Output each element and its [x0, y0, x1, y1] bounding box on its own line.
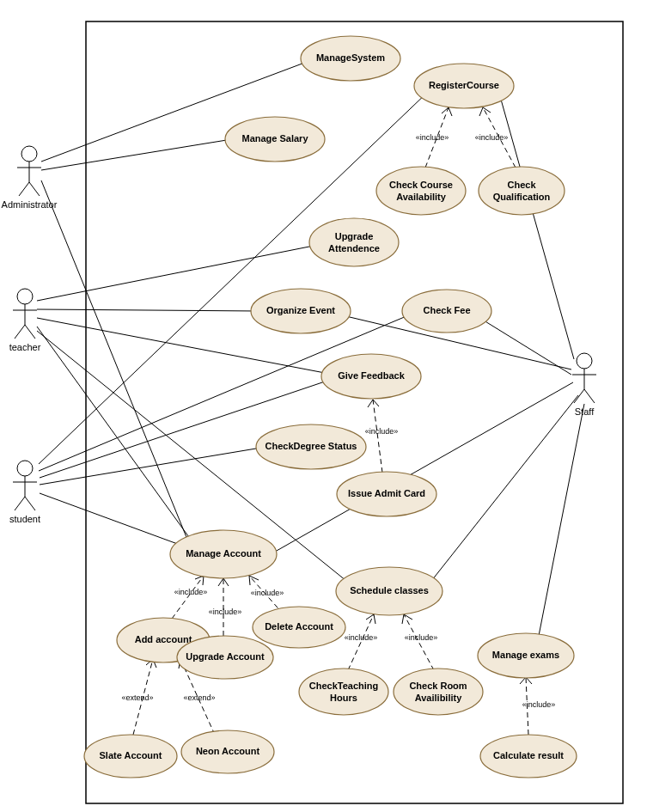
usecase-register-course: RegisterCourse [414, 64, 514, 108]
usecase-check-teaching-hours: CheckTeaching Hours [299, 669, 388, 715]
svg-text:Manage Account: Manage Account [186, 548, 261, 559]
svg-line-18 [574, 389, 584, 403]
svg-text:Add account: Add account [135, 634, 192, 644]
svg-text:ManageSystem: ManageSystem [316, 52, 385, 63]
teacher-label: teacher [9, 342, 41, 352]
svg-text:«include»: «include» [209, 607, 242, 616]
svg-text:Manage exams: Manage exams [492, 650, 559, 660]
svg-text:Check Course: Check Course [389, 180, 453, 190]
svg-text:«include»: «include» [251, 589, 284, 597]
svg-line-26 [172, 576, 204, 619]
usecase-manage-system: ManageSystem [301, 36, 400, 81]
svg-text:CheckTeaching: CheckTeaching [309, 681, 379, 691]
usecase-schedule-classes: Schedule classes [336, 567, 443, 615]
svg-text:«include»: «include» [416, 133, 449, 142]
svg-text:Upgrade: Upgrade [335, 231, 374, 241]
assoc-staff-manageexams [537, 404, 584, 644]
svg-line-4 [29, 182, 40, 196]
svg-line-19 [584, 389, 595, 403]
svg-line-3 [19, 182, 29, 196]
svg-line-36 [348, 614, 374, 670]
svg-text:Schedule classes: Schedule classes [350, 585, 429, 595]
usecase-issue-admit-card: Issue Admit Card [337, 472, 436, 516]
svg-line-8 [15, 325, 25, 339]
usecase-upgrade-account: Upgrade Account [177, 636, 273, 679]
svg-point-10 [17, 461, 33, 476]
svg-text:Calculate result: Calculate result [493, 750, 564, 760]
svg-text:CheckDegree Status: CheckDegree Status [266, 441, 357, 451]
dep-addaccount-to-manage: «include» [172, 576, 207, 619]
svg-text:Manage Salary: Manage Salary [241, 133, 308, 143]
usecase-upgrade-attendence: Upgrade Attendence [309, 218, 399, 266]
svg-text:Hours: Hours [330, 693, 357, 703]
assoc-admin-managesalary [41, 139, 232, 170]
svg-text:RegisterCourse: RegisterCourse [429, 80, 499, 90]
usecase-manage-salary: Manage Salary [225, 117, 325, 162]
dep-checkqualification-to-register: «include» [475, 107, 516, 168]
svg-text:Give Feedback: Give Feedback [338, 370, 406, 381]
usecase-neon-account: Neon Account [181, 730, 274, 773]
usecase-calculate-result: Calculate result [480, 735, 577, 778]
svg-point-5 [17, 289, 33, 304]
svg-text:«extend»: «extend» [183, 693, 215, 702]
svg-text:Neon Account: Neon Account [196, 746, 259, 756]
usecase-check-course-availability: Check Course Availability [376, 167, 466, 215]
svg-text:«include»: «include» [475, 133, 509, 142]
svg-line-13 [15, 497, 25, 510]
svg-text:Qualification: Qualification [493, 192, 551, 202]
dep-checkcourseavail-to-register: «include» [416, 107, 452, 168]
svg-point-0 [21, 146, 37, 162]
svg-line-14 [25, 497, 35, 510]
svg-text:«include»: «include» [174, 588, 208, 596]
usecase-organize-event: Organize Event [251, 289, 351, 333]
svg-text:Delete Account: Delete Account [265, 621, 333, 632]
svg-line-38 [404, 614, 434, 670]
svg-text:Check: Check [507, 180, 536, 190]
usecase-diagram: Administrator teacher student Staff [0, 0, 647, 812]
usecase-give-feedback: Give Feedback [321, 354, 421, 399]
usecase-check-fee: Check Fee [402, 290, 491, 333]
svg-text:Check Fee: Check Fee [423, 305, 470, 315]
svg-text:«include»: «include» [345, 633, 378, 642]
dep-calcresult-to-manageexams: «include» [520, 677, 555, 735]
assoc-staff-register [498, 90, 574, 359]
assoc-teacher-organizeevent [37, 309, 258, 311]
usecase-slate-account: Slate Account [84, 735, 177, 778]
dep-issueadmit-to-feedback: «include» [365, 400, 399, 473]
svg-text:«include»: «include» [405, 633, 438, 642]
svg-text:«extend»: «extend» [121, 693, 153, 702]
usecase-check-room-availibility: Check Room Availibility [394, 669, 483, 715]
usecase-manage-exams: Manage exams [478, 633, 574, 678]
dep-roomavail-to-schedule: «include» [402, 614, 437, 670]
dep-teachinghours-to-schedule: «include» [345, 614, 378, 670]
assoc-student-degreestatus [40, 447, 266, 485]
usecase-manage-account: Manage Account [170, 530, 277, 578]
dep-upgradeaccount-to-manage: «include» [209, 578, 242, 636]
usecase-check-qualification: Check Qualification [479, 167, 565, 215]
usecase-check-degree-status: CheckDegree Status [256, 424, 366, 469]
assoc-staff-schedule [425, 395, 578, 589]
actor-staff: Staff [572, 353, 596, 417]
usecase-delete-account: Delete Account [253, 607, 345, 648]
svg-text:Upgrade Account: Upgrade Account [186, 651, 265, 662]
student-label: student [9, 514, 40, 524]
svg-text:Organize Event: Organize Event [266, 305, 335, 315]
svg-line-24 [373, 400, 382, 473]
actor-student: student [9, 461, 40, 524]
assoc-staff-checkfee [477, 316, 571, 375]
assoc-staff-manageaccount [263, 382, 573, 559]
svg-text:Check Room: Check Room [409, 681, 467, 691]
svg-line-9 [25, 325, 35, 339]
svg-text:«include»: «include» [365, 427, 399, 436]
svg-text:Slate Account: Slate Account [100, 750, 162, 760]
svg-text:Issue Admit Card: Issue Admit Card [348, 488, 425, 498]
svg-text:Availability: Availability [396, 192, 447, 202]
svg-text:Attendence: Attendence [328, 243, 380, 253]
svg-text:«include»: «include» [522, 700, 556, 709]
svg-text:Availibility: Availibility [415, 693, 462, 703]
actor-teacher: teacher [9, 289, 41, 352]
staff-label: Staff [575, 406, 595, 417]
dep-slate-to-addaccount: «extend» [121, 659, 156, 735]
administrator-label: Administrator [2, 199, 58, 210]
assoc-student-manageaccount [40, 493, 182, 546]
